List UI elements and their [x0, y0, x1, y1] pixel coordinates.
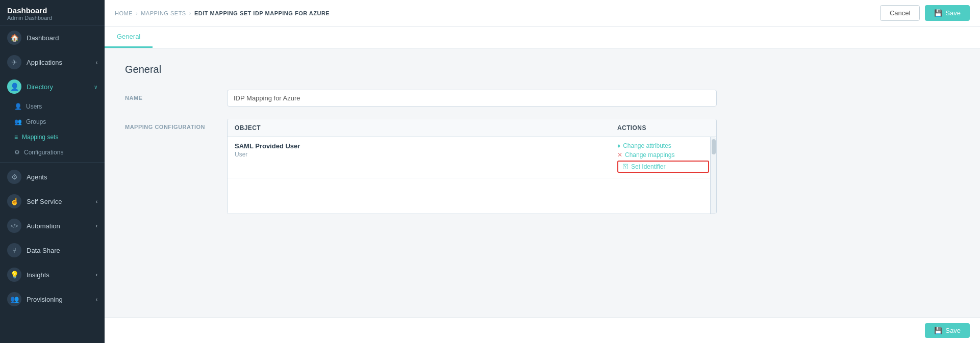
- sidebar-item-self-service[interactable]: ☝ Self Service ‹: [0, 189, 105, 214]
- breadcrumb: HOME › MAPPING SETS › EDIT MAPPING SET I…: [115, 10, 330, 16]
- object-sub: User: [235, 151, 617, 158]
- sidebar-item-label: Applications: [27, 59, 62, 66]
- sidebar-item-label: Agents: [27, 173, 47, 181]
- breadcrumb-mapping-sets[interactable]: MAPPING SETS: [141, 10, 186, 16]
- breadcrumb-sep-2: ›: [189, 10, 191, 16]
- sidebar-item-label: Insights: [27, 271, 49, 279]
- provisioning-icon: 👥: [7, 292, 21, 306]
- directory-icon: 👤: [7, 80, 21, 94]
- object-name: SAML Provided User: [235, 142, 617, 150]
- breadcrumb-current: EDIT MAPPING SET IDP MAPPING FOR AZURE: [194, 10, 330, 16]
- sidebar-item-label: Directory: [27, 83, 53, 91]
- sidebar-item-insights[interactable]: 💡 Insights ‹: [0, 262, 105, 287]
- sidebar-item-agents[interactable]: ⚙ Agents: [0, 165, 105, 189]
- dashboard-icon: 🏠: [7, 31, 21, 45]
- breadcrumb-home[interactable]: HOME: [115, 10, 133, 16]
- table-main: SAML Provided User User ♦ Change attribu…: [228, 137, 716, 214]
- sidebar-header: Dashboard Admin Dashboard: [0, 0, 105, 25]
- data-share-icon: ⑂: [7, 243, 21, 257]
- sidebar-item-label: Data Share: [27, 247, 60, 254]
- sidebar-item-label: Groups: [26, 118, 46, 125]
- sidebar-item-configurations[interactable]: ⚙ Configurations: [0, 145, 105, 160]
- sidebar-title: Dashboard: [7, 6, 97, 15]
- save-button-top[interactable]: 💾 Save: [925, 5, 970, 21]
- table-header: Object Actions: [228, 119, 716, 137]
- chevron-icon: ‹: [96, 297, 97, 302]
- table-row: SAML Provided User User ♦ Change attribu…: [228, 137, 716, 178]
- sidebar-item-label: Configurations: [24, 149, 63, 156]
- save-label: Save: [945, 9, 961, 17]
- sidebar-item-directory[interactable]: 👤 Directory ∨: [0, 74, 105, 99]
- tab-general-label: General: [117, 33, 140, 40]
- save-label-bottom: Save: [945, 327, 961, 334]
- sidebar-item-label: Self Service: [27, 198, 62, 205]
- automation-icon: </>: [7, 219, 21, 233]
- divider-1: [0, 162, 105, 163]
- sidebar: Dashboard Admin Dashboard 🏠 Dashboard ✈ …: [0, 0, 105, 343]
- set-identifier-label: Set Identifier: [631, 163, 665, 170]
- sidebar-item-applications[interactable]: ✈ Applications ‹: [0, 50, 105, 74]
- applications-icon: ✈: [7, 55, 21, 69]
- user-sub-icon: 👤: [14, 103, 22, 110]
- change-mappings-label: Change mappings: [625, 151, 674, 159]
- save-icon-bottom: 💾: [934, 327, 942, 334]
- sidebar-item-automation[interactable]: </> Automation ‹: [0, 214, 105, 238]
- self-service-icon: ☝: [7, 194, 21, 208]
- mapping-table: Object Actions SAML Provided User User: [227, 119, 717, 214]
- chevron-icon: ‹: [96, 199, 97, 204]
- scrollbar[interactable]: [710, 137, 716, 214]
- save-button-bottom[interactable]: 💾 Save: [925, 323, 970, 338]
- sidebar-item-label: Provisioning: [27, 296, 63, 303]
- col-actions: Actions: [617, 124, 709, 131]
- mapping-sub-icon: ≡: [14, 134, 18, 141]
- content-area: General General NAME MAPPING CONFIGURATI…: [105, 27, 980, 318]
- sidebar-item-provisioning[interactable]: 👥 Provisioning ‹: [0, 287, 105, 311]
- cancel-button[interactable]: Cancel: [880, 5, 920, 21]
- scrollbar-thumb: [712, 139, 716, 154]
- sidebar-item-users[interactable]: 👤 Users: [0, 99, 105, 114]
- sidebar-item-mapping-sets[interactable]: ≡ Mapping sets: [0, 129, 105, 145]
- set-identifier-link[interactable]: ⚿ Set Identifier: [617, 161, 709, 173]
- mapping-config-label: MAPPING CONFIGURATION: [125, 119, 227, 130]
- col-object: Object: [235, 124, 617, 131]
- change-mappings-link[interactable]: ✕ Change mappings: [617, 151, 709, 159]
- mapping-config-row: MAPPING CONFIGURATION Object Actions: [125, 119, 960, 214]
- topbar-actions: Cancel 💾 Save: [880, 5, 970, 21]
- sidebar-item-data-share[interactable]: ⑂ Data Share: [0, 238, 105, 262]
- name-input[interactable]: [227, 90, 717, 107]
- diamond-icon: ♦: [617, 142, 620, 149]
- insights-icon: 💡: [7, 268, 21, 282]
- key-icon: ⚿: [622, 163, 629, 170]
- sidebar-subtitle: Admin Dashboard: [7, 15, 97, 21]
- form-area: General NAME MAPPING CONFIGURATION Objec…: [105, 48, 980, 318]
- config-sub-icon: ⚙: [14, 149, 20, 156]
- breadcrumb-sep-1: ›: [136, 10, 138, 16]
- bottom-bar: 💾 Save: [105, 318, 980, 343]
- name-row: NAME: [125, 90, 960, 107]
- chevron-down-icon: ∨: [94, 84, 97, 90]
- sidebar-item-label: Dashboard: [27, 34, 59, 42]
- chevron-icon: ‹: [96, 60, 97, 65]
- sidebar-item-label: Automation: [27, 222, 60, 230]
- object-cell: SAML Provided User User: [235, 142, 617, 158]
- tab-bar: General: [105, 27, 980, 48]
- sidebar-item-dashboard[interactable]: 🏠 Dashboard: [0, 25, 105, 50]
- chevron-icon: ‹: [96, 223, 97, 229]
- change-attributes-label: Change attributes: [623, 142, 671, 149]
- table-wrapper: SAML Provided User User ♦ Change attribu…: [228, 137, 716, 214]
- section-title: General: [125, 64, 960, 75]
- sidebar-item-label: Users: [26, 103, 42, 110]
- tab-general[interactable]: General: [105, 27, 153, 48]
- main-area: HOME › MAPPING SETS › EDIT MAPPING SET I…: [105, 0, 980, 343]
- topbar: HOME › MAPPING SETS › EDIT MAPPING SET I…: [105, 0, 980, 27]
- groups-sub-icon: 👥: [14, 118, 22, 125]
- actions-cell: ♦ Change attributes ✕ Change mappings: [617, 142, 709, 173]
- change-attributes-link[interactable]: ♦ Change attributes: [617, 142, 709, 149]
- save-icon: 💾: [934, 9, 942, 17]
- x-icon: ✕: [617, 151, 622, 159]
- sidebar-item-label: Mapping sets: [22, 134, 58, 141]
- chevron-icon: ‹: [96, 272, 97, 278]
- agents-icon: ⚙: [7, 170, 21, 184]
- table-body: SAML Provided User User ♦ Change attribu…: [228, 137, 716, 214]
- sidebar-item-groups[interactable]: 👥 Groups: [0, 114, 105, 129]
